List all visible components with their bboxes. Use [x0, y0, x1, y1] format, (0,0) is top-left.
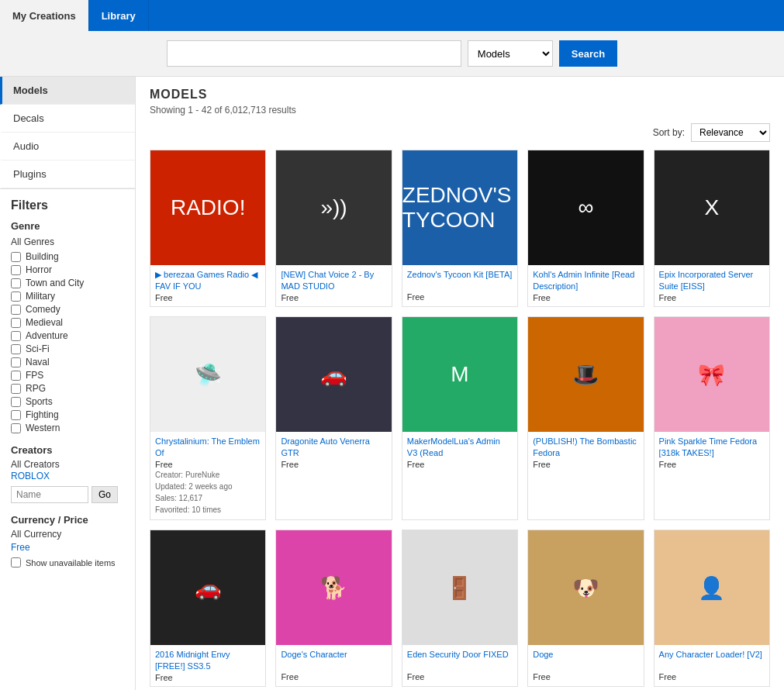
tab-library[interactable]: Library: [89, 0, 149, 31]
item-thumbnail: »)): [276, 150, 391, 265]
creators-go-button[interactable]: Go: [92, 486, 118, 503]
content-subtitle: Showing 1 - 42 of 6,012,713 results: [150, 105, 770, 116]
item-card[interactable]: 👤Any Character Loader! [V2]Free: [654, 530, 770, 687]
item-name[interactable]: Pink Sparkle Time Fedora [318k TAKES!]: [659, 436, 765, 458]
genre-horror-checkbox[interactable]: [11, 265, 21, 275]
genre-medieval-checkbox[interactable]: [11, 318, 21, 328]
genre-comedy-checkbox[interactable]: [11, 305, 21, 315]
item-name[interactable]: Zednov's Tycoon Kit [BETA]: [407, 269, 513, 291]
genre-fps-checkbox[interactable]: [11, 371, 21, 381]
item-card[interactable]: RADIO!▶ berezaa Games Radio ◀ FAV IF YOU…: [150, 150, 266, 307]
price-filter: Currency / Price All Currency Free Show …: [11, 514, 124, 568]
genre-adventure[interactable]: Adventure: [11, 330, 124, 341]
genre-scifi-checkbox[interactable]: [11, 344, 21, 354]
item-thumbnail: ZEDNOV'S TYCOON: [402, 150, 517, 265]
genre-western[interactable]: Western: [11, 423, 124, 433]
item-card[interactable]: XEpix Incorporated Server Suite [EISS]Fr…: [654, 150, 770, 307]
item-card[interactable]: 🛸Chrystalinium: The Emblem OfFreeCreator…: [150, 316, 266, 520]
item-info: Any Character Loader! [V2]Free: [654, 645, 769, 685]
creators-filter: Creators All Creators ROBLOX Go: [11, 444, 124, 503]
item-thumbnail: 🚗: [276, 317, 391, 432]
genre-military-checkbox[interactable]: [11, 292, 21, 302]
genre-town-city[interactable]: Town and City: [11, 278, 124, 288]
item-info: Epix Incorporated Server Suite [EISS]Fre…: [654, 265, 769, 306]
item-name[interactable]: Dragonite Auto Venerra GTR: [281, 436, 386, 458]
genre-rpg[interactable]: RPG: [11, 383, 124, 394]
genre-western-checkbox[interactable]: [11, 423, 21, 433]
item-thumbnail: RADIO!: [150, 150, 265, 265]
item-name[interactable]: Kohl's Admin Infinite [Read Description]: [533, 269, 638, 292]
item-card[interactable]: 🎩(PUBLISH!) The Bombastic FedoraFree: [527, 316, 644, 520]
genre-scifi[interactable]: Sci-Fi: [11, 343, 124, 354]
genre-fps[interactable]: FPS: [11, 370, 124, 381]
category-select[interactable]: Models Decals Audio Plugins: [468, 40, 553, 67]
sidebar-item-plugins[interactable]: Plugins: [0, 160, 135, 188]
item-price: Free: [281, 460, 386, 469]
item-price: Free: [659, 672, 765, 681]
item-name[interactable]: Any Character Loader! [V2]: [659, 649, 765, 671]
item-price: Free: [659, 293, 765, 302]
item-name[interactable]: 2016 Midnight Envy [FREE!] SS3.5: [155, 649, 261, 671]
sidebar-item-decals[interactable]: Decals: [0, 105, 135, 133]
sidebar-item-models[interactable]: Models: [0, 77, 135, 105]
item-card[interactable]: 🐕Doge's CharacterFree: [275, 530, 392, 687]
item-name[interactable]: Eden Security Door FIXED: [407, 649, 513, 671]
genre-sports[interactable]: Sports: [11, 396, 124, 407]
item-card[interactable]: ∞Kohl's Admin Infinite [Read Description…: [527, 150, 644, 307]
item-card[interactable]: 🚗2016 Midnight Envy [FREE!] SS3.5Free: [150, 530, 266, 687]
genre-fighting-checkbox[interactable]: [11, 410, 21, 420]
sidebar-item-audio[interactable]: Audio: [0, 133, 135, 160]
item-name[interactable]: ▶ berezaa Games Radio ◀ FAV IF YOU: [155, 269, 261, 292]
genre-sports-checkbox[interactable]: [11, 397, 21, 407]
item-name[interactable]: Chrystalinium: The Emblem Of: [155, 436, 261, 458]
item-thumbnail: 🎩: [528, 317, 643, 432]
item-name[interactable]: Epix Incorporated Server Suite [EISS]: [659, 269, 765, 292]
item-card[interactable]: 🚗Dragonite Auto Venerra GTRFree: [275, 316, 392, 520]
item-card[interactable]: 🚪Eden Security Door FIXEDFree: [402, 530, 518, 687]
item-name[interactable]: Doge's Character: [281, 649, 386, 671]
item-name[interactable]: Doge: [533, 649, 638, 671]
genre-fighting[interactable]: Fighting: [11, 409, 124, 420]
genre-horror[interactable]: Horror: [11, 264, 124, 275]
genre-town-city-checkbox[interactable]: [11, 278, 21, 288]
item-card[interactable]: 🐶DogeFree: [527, 530, 644, 687]
genre-naval-checkbox[interactable]: [11, 357, 21, 367]
item-price: Free: [659, 460, 765, 469]
creators-name-input[interactable]: [11, 486, 88, 503]
price-free[interactable]: Free: [11, 542, 124, 553]
genre-rpg-checkbox[interactable]: [11, 384, 21, 394]
item-info: Dragonite Auto Venerra GTRFree: [276, 432, 391, 473]
tab-my-creations[interactable]: My Creations: [0, 0, 89, 31]
item-card[interactable]: MMakerModelLua's Admin V3 (ReadFree: [402, 316, 518, 520]
show-unavailable-label[interactable]: Show unavailable items: [11, 557, 124, 568]
genre-comedy[interactable]: Comedy: [11, 304, 124, 315]
item-price: Free: [407, 292, 513, 302]
show-unavailable-text: Show unavailable items: [26, 558, 116, 568]
sort-bar: Sort by: Relevance Most Recent Price (Lo…: [150, 123, 770, 142]
genre-building[interactable]: Building: [11, 251, 124, 262]
item-info: Doge's CharacterFree: [276, 645, 391, 685]
item-thumbnail: 🚪: [402, 530, 517, 645]
genre-military[interactable]: Military: [11, 291, 124, 302]
search-input[interactable]: [167, 40, 461, 67]
item-name[interactable]: (PUBLISH!) The Bombastic Fedora: [533, 436, 638, 458]
item-name[interactable]: MakerModelLua's Admin V3 (Read: [407, 436, 513, 458]
genre-building-checkbox[interactable]: [11, 252, 21, 262]
item-card[interactable]: 🎀Pink Sparkle Time Fedora [318k TAKES!]F…: [654, 316, 770, 520]
item-thumbnail: X: [654, 150, 769, 265]
genre-adventure-checkbox[interactable]: [11, 331, 21, 341]
top-nav: My Creations Library: [0, 0, 784, 31]
item-card[interactable]: »))[NEW] Chat Voice 2 - By MAD STUDIOFre…: [275, 150, 392, 307]
show-unavailable-checkbox[interactable]: [11, 557, 21, 568]
item-card[interactable]: ZEDNOV'S TYCOONZednov's Tycoon Kit [BETA…: [402, 150, 518, 307]
price-all: All Currency: [11, 529, 124, 540]
sort-select[interactable]: Relevance Most Recent Price (Low) Price …: [691, 123, 770, 142]
genre-medieval[interactable]: Medieval: [11, 317, 124, 328]
genre-title: Genre: [11, 220, 124, 232]
search-button[interactable]: Search: [559, 40, 617, 67]
creators-roblox-link[interactable]: ROBLOX: [11, 471, 50, 481]
item-name[interactable]: [NEW] Chat Voice 2 - By MAD STUDIO: [281, 269, 386, 292]
genre-naval[interactable]: Naval: [11, 357, 124, 367]
item-price: Free: [533, 460, 638, 469]
item-price: Free: [155, 460, 261, 469]
